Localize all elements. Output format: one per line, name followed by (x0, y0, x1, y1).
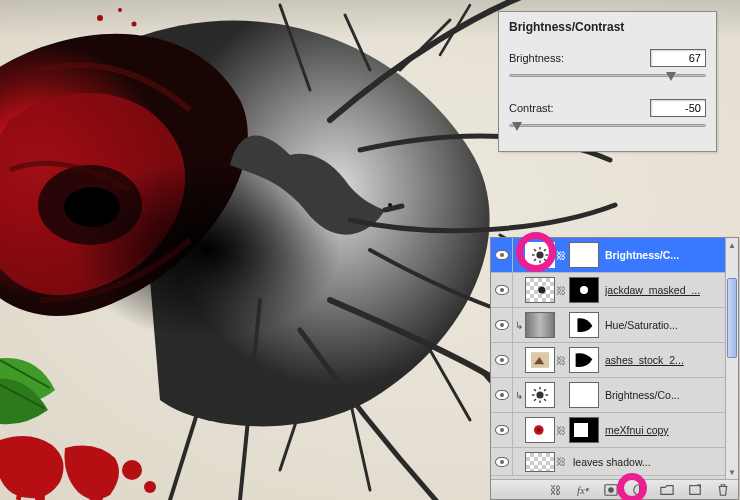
link-icon: ⛓ (555, 425, 567, 436)
svg-line-19 (544, 249, 546, 251)
layer-row-huesat[interactable]: ↳ Hue/Saturatio... (491, 308, 725, 343)
svg-rect-38 (690, 485, 701, 494)
layers-list: ↳ ⛓ Brightness/C... ⛓ jackdaw_masked_... (491, 238, 725, 479)
contrast-label: Contrast: (509, 102, 554, 114)
new-layer-icon[interactable] (684, 482, 706, 498)
layer-thumb (525, 452, 555, 472)
mask-icon[interactable] (600, 482, 622, 498)
link-icon: ⛓ (555, 285, 567, 296)
scrollbar-thumb[interactable] (727, 278, 737, 358)
layer-name[interactable]: jackdaw_masked_... (605, 284, 700, 296)
layer-row-mexfnui[interactable]: ⛓ meXfnui copy (491, 413, 725, 448)
layers-bottom-toolbar: ⛓ fx▾ (491, 479, 738, 499)
svg-point-11 (536, 251, 543, 258)
scroll-down-icon[interactable]: ▼ (726, 465, 738, 479)
svg-point-23 (536, 391, 543, 398)
contrast-input[interactable] (650, 99, 706, 117)
adjustment-layer-icon[interactable] (628, 482, 650, 498)
layer-name[interactable]: leaves shadow... (573, 456, 651, 468)
clip-arrow-icon: ↳ (513, 320, 525, 331)
brightness-contrast-panel: Brightness/Contrast Brightness: Contrast… (498, 11, 717, 152)
layer-mask-thumb (569, 347, 599, 373)
svg-point-34 (537, 428, 541, 432)
adjustment-thumb (525, 312, 555, 338)
brightness-slider[interactable] (509, 68, 706, 90)
layer-row-jackdaw[interactable]: ⛓ jackdaw_masked_... (491, 273, 725, 308)
svg-line-16 (534, 249, 536, 251)
brightness-label: Brightness: (509, 52, 564, 64)
brightness-input[interactable] (650, 49, 706, 67)
svg-line-18 (534, 259, 536, 261)
clip-arrow-icon: ↳ (513, 250, 525, 261)
layer-name[interactable]: ashes_stock_2... (605, 354, 684, 366)
layer-mask-thumb (569, 382, 599, 408)
visibility-icon[interactable] (495, 457, 509, 467)
visibility-icon[interactable] (495, 285, 509, 295)
layer-mask-thumb (569, 417, 599, 443)
layer-name[interactable]: Brightness/Co... (605, 389, 680, 401)
adjustment-thumb (525, 242, 555, 268)
scroll-up-icon[interactable]: ▲ (726, 238, 738, 252)
layer-row-ashes[interactable]: ⛓ ashes_stock_2... (491, 343, 725, 378)
layer-mask-thumb (569, 242, 599, 268)
layer-mask-thumb (569, 277, 599, 303)
clip-arrow-icon: ↳ (513, 390, 525, 401)
svg-line-17 (544, 259, 546, 261)
svg-line-29 (544, 399, 546, 401)
visibility-icon[interactable] (495, 320, 509, 330)
contrast-slider[interactable] (509, 118, 706, 140)
bc-panel-title: Brightness/Contrast (509, 20, 706, 34)
layer-name[interactable]: meXfnui copy (605, 424, 669, 436)
svg-line-31 (544, 389, 546, 391)
link-layers-icon[interactable]: ⛓ (544, 482, 566, 498)
link-icon: ⛓ (555, 250, 567, 261)
svg-point-20 (538, 286, 545, 293)
svg-point-36 (608, 487, 614, 493)
layer-thumb (525, 417, 555, 443)
layers-scrollbar[interactable]: ▲ ▼ (725, 238, 738, 479)
layer-row-brightness-1[interactable]: ↳ ⛓ Brightness/C... (491, 238, 725, 273)
visibility-icon[interactable] (495, 250, 509, 260)
layer-name[interactable]: Hue/Saturatio... (605, 319, 678, 331)
adjustment-thumb (525, 382, 555, 408)
visibility-icon[interactable] (495, 355, 509, 365)
trash-icon[interactable] (712, 482, 734, 498)
layer-row-brightness-2[interactable]: ↳ Brightness/Co... (491, 378, 725, 413)
svg-line-28 (534, 389, 536, 391)
layer-row-leaves[interactable]: ⛓ leaves shadow... (491, 448, 725, 476)
link-icon: ⛓ (555, 456, 567, 467)
link-icon: ⛓ (555, 355, 567, 366)
visibility-icon[interactable] (495, 390, 509, 400)
layers-panel: ↳ ⛓ Brightness/C... ⛓ jackdaw_masked_... (490, 237, 739, 500)
svg-line-30 (534, 399, 536, 401)
folder-icon[interactable] (656, 482, 678, 498)
fx-icon[interactable]: fx▾ (572, 482, 594, 498)
layer-name[interactable]: Brightness/C... (605, 249, 679, 261)
layer-thumb (525, 277, 555, 303)
layer-mask-thumb (569, 312, 599, 338)
layer-thumb (525, 347, 555, 373)
visibility-icon[interactable] (495, 425, 509, 435)
